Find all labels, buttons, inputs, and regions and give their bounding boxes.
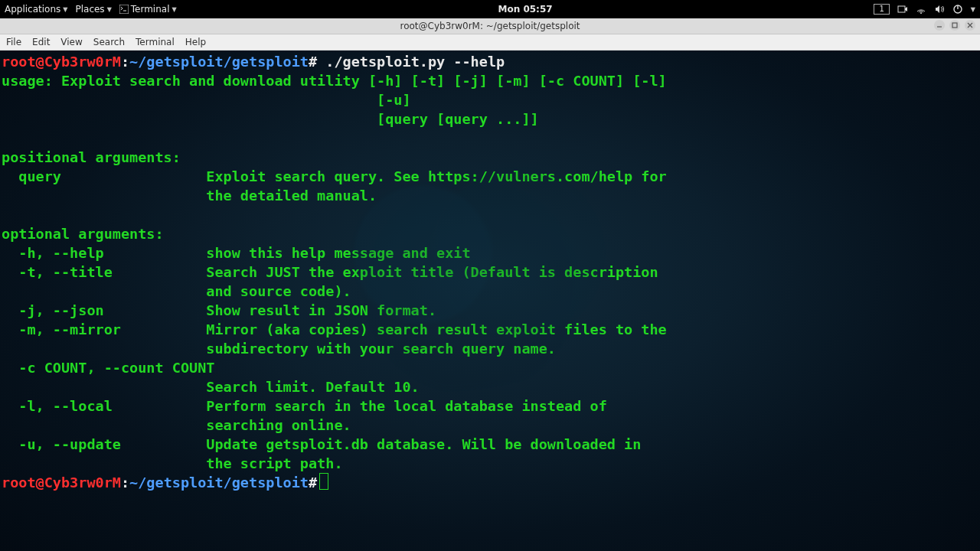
close-button[interactable] — [965, 20, 975, 31]
applications-menu[interactable]: Applications ▼ — [5, 4, 67, 15]
output-line: subdirectory with your search query name… — [2, 341, 556, 357]
output-line: -l, --local Perform search in the local … — [2, 398, 607, 414]
menu-view[interactable]: View — [60, 37, 82, 47]
prompt-sep: : — [121, 474, 129, 491]
output-line: -c COUNT, --count COUNT — [2, 360, 214, 376]
workspace-indicator[interactable]: 1 — [874, 4, 889, 15]
camera-icon[interactable] — [897, 4, 908, 15]
chevron-down-icon: ▼ — [172, 6, 177, 13]
svg-rect-1 — [898, 6, 905, 12]
prompt-user: root@Cyb3rw0rM — [2, 474, 121, 491]
volume-icon[interactable] — [934, 4, 945, 15]
output-line: the detailed manual. — [2, 187, 377, 204]
places-label: Places — [75, 4, 104, 15]
output-line: -m, --mirror Mirror (aka copies) search … — [2, 321, 667, 337]
applications-label: Applications — [5, 4, 60, 15]
menu-search[interactable]: Search — [93, 37, 125, 47]
prompt-path: ~/getsploit/getsploit — [129, 54, 309, 70]
output-line: -u, --update Update getsploit.db databas… — [2, 436, 641, 452]
terminal-label: Terminal — [131, 4, 170, 15]
clock[interactable]: Mon 05:57 — [498, 4, 553, 15]
svg-rect-0 — [119, 5, 129, 14]
maximize-button[interactable] — [949, 20, 960, 31]
prompt-sym: # — [309, 474, 317, 491]
gnome-top-bar: Applications ▼ Places ▼ Terminal ▼ Mon 0… — [0, 0, 980, 18]
terminal-menu-bar: File Edit View Search Terminal Help — [0, 34, 980, 51]
prompt-path: ~/getsploit/getsploit — [129, 474, 309, 491]
terminal-icon — [119, 5, 129, 14]
output-line: -t, --title Search JUST the exploit titl… — [2, 264, 658, 280]
network-icon[interactable] — [916, 4, 926, 15]
output-line: searching online. — [2, 417, 351, 433]
menu-help[interactable]: Help — [185, 37, 206, 47]
power-icon[interactable] — [952, 4, 963, 15]
output-line: the script path. — [2, 455, 343, 471]
output-line: usage: Exploit search and download utili… — [2, 73, 667, 89]
output-line: -h, --help show this help message and ex… — [2, 245, 471, 261]
output-line: Search limit. Default 10. — [2, 379, 420, 395]
output-line: [-u] — [2, 92, 411, 108]
prompt-sep: : — [121, 54, 129, 70]
svg-rect-6 — [952, 23, 957, 28]
terminal-viewport[interactable]: root@Cyb3rw0rM:~/getsploit/getsploit# ./… — [0, 51, 980, 551]
window-title: root@Cyb3rw0rM: ~/getsploit/getsploit — [400, 21, 580, 31]
output-line: query Exploit search query. See https://… — [2, 168, 667, 184]
places-menu[interactable]: Places ▼ — [75, 4, 111, 15]
menu-terminal[interactable]: Terminal — [136, 37, 175, 47]
chevron-down-icon: ▼ — [107, 6, 112, 13]
menu-edit[interactable]: Edit — [32, 37, 50, 47]
window-title-bar: root@Cyb3rw0rM: ~/getsploit/getsploit — [0, 18, 980, 34]
output-line: optional arguments: — [2, 226, 164, 242]
output-line: -j, --json Show result in JSON format. — [2, 302, 436, 318]
minimize-button[interactable] — [934, 20, 945, 31]
cursor — [320, 474, 328, 489]
command-line: ./getsploit.py --help — [325, 54, 505, 70]
output-line: [query [query ...]] — [2, 111, 539, 127]
prompt-sym: # — [309, 54, 317, 70]
prompt-user: root@Cyb3rw0rM — [2, 54, 121, 70]
menu-file[interactable]: File — [6, 37, 21, 47]
terminal-menu[interactable]: Terminal ▼ — [119, 4, 177, 15]
svg-point-2 — [920, 12, 922, 14]
output-line: positional arguments: — [2, 149, 181, 165]
chevron-down-icon: ▼ — [63, 6, 67, 13]
chevron-down-icon[interactable]: ▼ — [971, 6, 975, 13]
output-line: and source code). — [2, 283, 351, 299]
